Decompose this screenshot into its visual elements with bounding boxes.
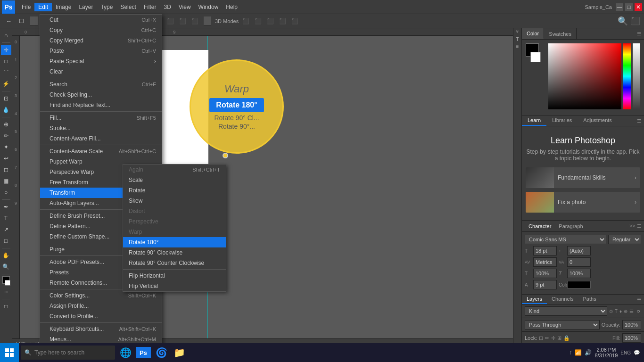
tray-lang-icon[interactable]: ENG xyxy=(620,350,631,355)
font-style-select[interactable]: Regular xyxy=(608,235,641,244)
layer-filter-icon2[interactable]: T xyxy=(615,309,618,314)
move-tool-options[interactable]: ↔ xyxy=(4,16,14,26)
3d-mode-4[interactable]: ⬛ xyxy=(277,16,288,26)
home-tool[interactable]: ⌂ xyxy=(1,30,11,41)
pen-tool[interactable]: ✒ xyxy=(1,202,11,212)
align-right[interactable]: ⬛ xyxy=(66,16,76,26)
expand-handle[interactable]: » xyxy=(515,30,520,33)
tray-icon-1[interactable]: ↑ xyxy=(569,349,572,356)
lock-paint-icon[interactable]: ✏ xyxy=(545,335,549,341)
learn-card-fix-photo[interactable]: Fix a photo › xyxy=(526,192,640,213)
adjust-icon[interactable]: T xyxy=(516,37,519,42)
magic-wand-tool[interactable]: ⚡ xyxy=(1,79,11,89)
leading-input[interactable] xyxy=(567,246,591,255)
menu-select[interactable]: Select xyxy=(116,3,140,11)
kern-input[interactable] xyxy=(533,257,557,267)
layer-filter-icon5[interactable]: ☰ xyxy=(629,309,634,314)
tab-swatches[interactable]: Swatches xyxy=(544,28,577,39)
path-select-tool[interactable]: ↗ xyxy=(1,224,11,235)
color-spectrum-bar[interactable] xyxy=(623,43,631,109)
font-size-input[interactable] xyxy=(533,246,557,255)
spot-heal-tool[interactable]: ⊕ xyxy=(1,119,11,130)
menu-edit[interactable]: Edit xyxy=(34,3,52,11)
taskbar-clock[interactable]: 2:08 PM 8/31/2019 xyxy=(594,347,618,358)
layer-filter-icon1[interactable]: ⊙ xyxy=(609,309,613,314)
menu-help[interactable]: Help xyxy=(222,3,241,11)
baseline-input[interactable] xyxy=(533,280,557,289)
distribute-4[interactable]: ⬛ xyxy=(165,16,175,26)
background-color[interactable] xyxy=(530,52,541,62)
layer-icon-side[interactable]: ≡ xyxy=(516,44,519,49)
opacity-input[interactable] xyxy=(622,320,641,329)
eraser-tool[interactable]: ◻ xyxy=(1,165,11,175)
align-center[interactable]: ⬛ xyxy=(54,16,64,26)
color-gradient-picker[interactable] xyxy=(548,43,621,109)
dodge-tool[interactable]: ○ xyxy=(1,187,11,197)
distribute-6[interactable]: ⬛ xyxy=(190,16,200,26)
tray-sound-icon[interactable]: 🔊 xyxy=(585,349,592,356)
screen-mode-tool[interactable]: □ xyxy=(1,301,11,312)
menu-file[interactable]: File xyxy=(18,3,34,11)
learn-panel-menu-icon[interactable]: ☰ xyxy=(637,118,641,123)
move-tool[interactable]: ✛ xyxy=(1,45,11,55)
distribute-h[interactable]: ⬛ xyxy=(128,16,139,26)
lasso-tool[interactable]: ⌒ xyxy=(1,67,11,78)
tracking-input[interactable] xyxy=(567,257,591,267)
lock-transparent-icon[interactable]: ⊡ xyxy=(539,335,543,341)
distribute-3[interactable]: ⬛ xyxy=(153,16,163,26)
bg-color-swatch[interactable] xyxy=(5,280,10,286)
marquee-tool[interactable]: □ xyxy=(1,56,11,66)
align-bottom[interactable]: ⬛ xyxy=(103,16,113,26)
layer-filter-toggle[interactable]: ○ xyxy=(636,308,641,314)
taskbar-app-ps[interactable]: Ps xyxy=(135,344,152,361)
char-panel-expand[interactable]: >> xyxy=(629,223,635,229)
menu-filter[interactable]: Filter xyxy=(140,3,160,11)
zoom-tool[interactable]: 🔍 xyxy=(1,262,11,272)
3d-mode-3[interactable]: ⬛ xyxy=(265,16,275,26)
layers-panel-menu[interactable]: ☰ xyxy=(637,297,641,302)
brush-tool[interactable]: ✏ xyxy=(1,131,11,141)
tab-character[interactable]: Character xyxy=(525,223,555,229)
maximize-btn[interactable]: □ xyxy=(625,3,633,11)
3d-mode-5[interactable]: ⬛ xyxy=(289,16,300,26)
learn-card-fundamental[interactable]: Fundamental Skills › xyxy=(526,167,640,188)
tab-adjustments[interactable]: Adjustments xyxy=(578,115,618,126)
tab-paragraph[interactable]: Paragraph xyxy=(555,223,586,229)
lock-all-icon[interactable]: 🔒 xyxy=(563,335,570,341)
taskbar-app-chrome[interactable]: 🌐 xyxy=(117,344,134,361)
tab-paths[interactable]: Paths xyxy=(578,295,601,304)
distribute-5[interactable]: ⬛ xyxy=(177,16,188,26)
crop-tool[interactable]: ⊡ xyxy=(1,93,11,104)
text-color-swatch[interactable] xyxy=(567,281,591,288)
tray-network-icon[interactable]: 📶 xyxy=(575,349,582,356)
distribute-v[interactable]: ⬛ xyxy=(140,16,151,26)
layer-kind-select[interactable]: Kind xyxy=(525,306,607,316)
tab-libraries[interactable]: Libraries xyxy=(546,115,578,126)
align-top[interactable]: ⬛ xyxy=(78,16,89,26)
taskbar-app-explorer[interactable]: 📁 xyxy=(171,344,188,361)
color-alpha-bar[interactable] xyxy=(633,43,640,109)
fill-input[interactable] xyxy=(622,333,641,343)
menu-view[interactable]: View xyxy=(175,3,195,11)
quick-mask-tool[interactable]: ○ xyxy=(1,287,11,297)
clone-tool[interactable]: ✦ xyxy=(1,142,11,152)
tab-learn[interactable]: Learn xyxy=(522,115,546,126)
3d-mode-1[interactable]: ⬛ xyxy=(240,16,251,26)
menu-layer[interactable]: Layer xyxy=(75,3,97,11)
search-icon[interactable]: 🔍 xyxy=(618,16,628,26)
menu-image[interactable]: Image xyxy=(52,3,75,11)
align-middle[interactable]: ⬛ xyxy=(91,16,101,26)
close-btn[interactable]: ✕ xyxy=(635,3,642,11)
eyedropper-tool[interactable]: 💧 xyxy=(1,105,11,115)
tab-color[interactable]: Color xyxy=(522,28,544,39)
shape-tool[interactable]: □ xyxy=(1,236,11,246)
taskbar-app-chrome2[interactable]: 🌀 xyxy=(153,344,170,361)
char-panel-menu[interactable]: ☰ xyxy=(637,223,641,229)
tab-channels[interactable]: Channels xyxy=(547,295,578,304)
history-brush-tool[interactable]: ↩ xyxy=(1,153,11,164)
menu-window[interactable]: Window xyxy=(195,3,223,11)
panel-menu-icon[interactable]: ☰ xyxy=(637,31,641,36)
menu-3d[interactable]: 3D xyxy=(160,3,174,11)
type-tool[interactable]: T xyxy=(1,213,11,223)
blend-mode-select[interactable]: Pass Through xyxy=(525,320,600,329)
